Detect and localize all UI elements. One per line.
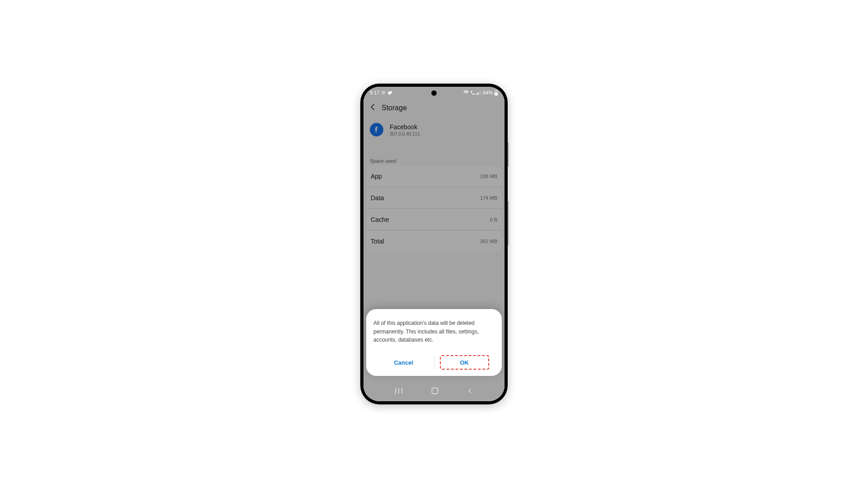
row-value: 188 MB <box>480 174 497 179</box>
confirm-dialog: All of this application's data will be d… <box>366 309 502 376</box>
row-value: 174 MB <box>480 195 497 201</box>
wifi-icon <box>463 90 469 95</box>
back-button[interactable] <box>467 388 473 394</box>
svg-rect-1 <box>476 94 477 95</box>
phone-volume-button <box>508 201 509 245</box>
alarm-icon <box>381 90 386 95</box>
svg-rect-2 <box>478 92 479 95</box>
row-label: App <box>371 173 382 180</box>
svg-rect-3 <box>479 91 480 95</box>
row-data: Data 174 MB <box>366 187 502 208</box>
cancel-button[interactable]: Cancel <box>373 353 434 371</box>
status-time: 9:17 <box>370 90 379 95</box>
row-label: Total <box>371 238 384 245</box>
home-button[interactable] <box>431 387 439 394</box>
phone-side-button <box>508 142 509 167</box>
svg-rect-4 <box>480 90 481 95</box>
page-title: Storage <box>382 104 407 112</box>
phone-frame: 9:17 <box>360 84 508 404</box>
svg-rect-11 <box>432 388 438 394</box>
twitter-icon <box>387 90 392 95</box>
svg-rect-6 <box>495 90 497 90</box>
camera-punch-hole <box>431 90 437 96</box>
app-text: Facebook 307.0.0.40.111 <box>390 123 420 136</box>
battery-text: 64% <box>483 90 493 95</box>
recents-button[interactable] <box>395 388 403 394</box>
facebook-icon <box>370 123 383 136</box>
app-name: Facebook <box>390 123 420 131</box>
row-app: App 188 MB <box>366 165 502 187</box>
ok-button[interactable]: OK <box>460 359 469 366</box>
row-cache: Cache 0 B <box>366 208 502 230</box>
row-total: Total 362 MB <box>366 230 502 252</box>
app-version: 307.0.0.40.111 <box>390 131 420 136</box>
app-info: Facebook 307.0.0.40.111 <box>363 123 505 136</box>
battery-icon <box>494 90 498 96</box>
row-label: Cache <box>371 216 389 223</box>
app-header: Storage <box>363 99 505 117</box>
storage-rows: App 188 MB Data 174 MB Cache 0 B Total 3… <box>366 165 502 252</box>
wifi-calling-icon <box>470 90 475 95</box>
dialog-actions: Cancel OK <box>373 353 495 371</box>
svg-rect-7 <box>495 92 497 95</box>
row-label: Data <box>371 194 384 202</box>
row-value: 362 MB <box>480 239 497 244</box>
signal-icon <box>476 90 481 95</box>
status-left: 9:17 <box>370 90 392 95</box>
back-icon[interactable] <box>369 103 377 113</box>
android-nav-bar <box>363 382 505 401</box>
phone-screen: 9:17 <box>363 87 505 401</box>
row-value: 0 B <box>490 217 497 222</box>
status-right: 64% <box>463 90 498 96</box>
section-label: Space used <box>370 158 396 164</box>
ok-wrap: OK <box>434 353 495 371</box>
dialog-message: All of this application's data will be d… <box>373 319 495 344</box>
